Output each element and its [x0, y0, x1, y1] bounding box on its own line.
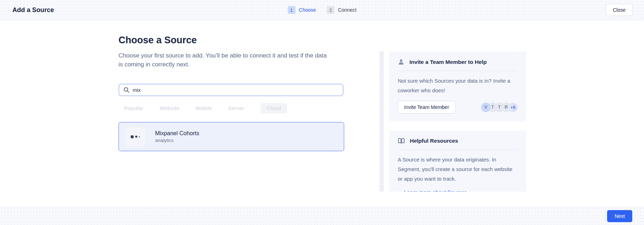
invite-panel-title: Invite a Team Member to Help	[409, 59, 487, 65]
person-icon	[398, 59, 404, 65]
step-connect-label: Connect	[338, 7, 357, 13]
tab-cloud[interactable]: Cloud	[260, 103, 287, 114]
resources-panel-header: Helpful Resources	[398, 138, 518, 144]
search-input[interactable]	[133, 87, 338, 93]
page-title: Add a Source	[12, 6, 54, 14]
main-description: Choose your first source to add. You’ll …	[119, 51, 330, 69]
panel-divider	[398, 71, 518, 71]
search-icon	[123, 87, 130, 93]
add-source-modal: Add a Source 1 Choose 2 Connect Close Ch…	[0, 0, 644, 225]
invite-panel-header: Invite a Team Member to Help	[398, 59, 518, 65]
footer-bar: Next	[0, 207, 644, 225]
learn-more-sources-link[interactable]: Learn more about Sources	[404, 189, 467, 192]
result-name: Mixpanel Cohorts	[155, 130, 199, 137]
mixpanel-cohorts-logo-icon	[125, 127, 145, 147]
tab-website[interactable]: Website	[160, 103, 179, 113]
result-text: Mixpanel Cohorts analytics	[155, 130, 199, 143]
invite-panel-body: Not sure which Sources your data is in? …	[398, 76, 518, 95]
tab-popular[interactable]: Popular	[124, 103, 143, 113]
step-choose[interactable]: 1 Choose	[287, 6, 316, 14]
resource-list-item: Learn more about Sources	[398, 189, 518, 192]
step-choose-number: 1	[287, 6, 295, 14]
open-book-icon	[398, 138, 405, 144]
step-choose-label: Choose	[299, 7, 316, 13]
resources-panel-body: A Source is where your data originates. …	[398, 155, 518, 183]
main-heading: Choose a Source	[119, 35, 197, 46]
step-indicator: 1 Choose 2 Connect	[287, 6, 356, 14]
content-scrollbar-track[interactable]	[380, 51, 384, 192]
step-connect[interactable]: 2 Connect	[327, 6, 357, 14]
result-category: analytics	[155, 138, 199, 143]
tab-mobile[interactable]: Mobile	[196, 103, 212, 113]
invite-team-member-button[interactable]: Invite Team Member	[398, 101, 456, 114]
invite-team-panel: Invite a Team Member to Help Not sure wh…	[389, 51, 526, 121]
category-tabs: Popular Website Mobile Server Cloud	[124, 103, 287, 114]
source-result-mixpanel-cohorts[interactable]: Mixpanel Cohorts analytics	[119, 122, 344, 151]
step-connect-number: 2	[327, 6, 335, 14]
tab-server[interactable]: Server	[228, 103, 244, 113]
resources-panel-title: Helpful Resources	[410, 138, 458, 144]
panel-divider	[398, 149, 518, 150]
source-search[interactable]	[119, 84, 343, 96]
avatar: V	[481, 103, 491, 112]
team-avatar-stack: V T T R +6	[481, 103, 518, 112]
close-button[interactable]: Close	[606, 4, 633, 16]
next-button[interactable]: Next	[607, 210, 632, 222]
resource-list: Learn more about Sources	[398, 189, 518, 192]
header-bar: Add a Source 1 Choose 2 Connect Close	[0, 0, 644, 20]
helpful-resources-panel: Helpful Resources A Source is where your…	[389, 131, 526, 192]
invite-row: Invite Team Member V T T R +6	[398, 101, 518, 114]
